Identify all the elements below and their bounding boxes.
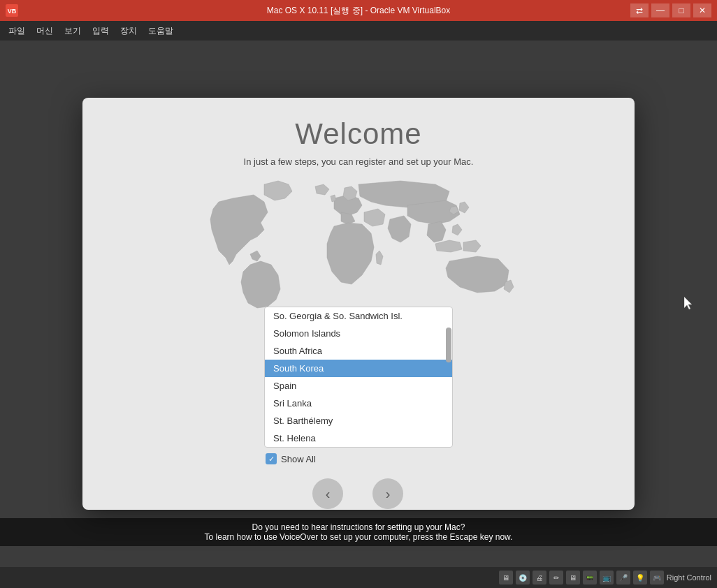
vm-area: Welcome In just a few steps, you can reg…: [0, 41, 717, 567]
voiceover-line2: To learn how to use VoiceOver to set up …: [14, 532, 703, 542]
status-icon-3[interactable]: 🖨: [533, 571, 546, 585]
world-map: [198, 174, 519, 314]
sync-button[interactable]: ⇄: [630, 3, 649, 17]
menu-device[interactable]: 장치: [115, 22, 143, 40]
list-item[interactable]: So. Georgia & So. Sandwich Isl.: [265, 307, 452, 325]
status-icon-9[interactable]: 💡: [633, 571, 647, 585]
voiceover-bar: Do you need to hear instructions for set…: [0, 518, 717, 546]
status-icon-8[interactable]: 🎤: [616, 571, 630, 585]
restore-button[interactable]: □: [672, 3, 690, 17]
show-all-checkbox[interactable]: ✓: [266, 453, 277, 464]
window-title: Mac OS X 10.11 [실행 중] - Oracle VM Virtua…: [267, 5, 451, 17]
navigation-buttons: ‹ Back › Continue: [312, 478, 405, 510]
right-control-label: Right Control: [667, 573, 711, 582]
status-icon-7[interactable]: 📺: [600, 571, 614, 585]
window-controls: ⇄ — □ ✕: [630, 3, 711, 17]
status-icon-2[interactable]: 💿: [516, 571, 530, 585]
vbox-logo: VB: [6, 4, 18, 17]
continue-button[interactable]: ›: [372, 478, 403, 509]
back-button-group: ‹ Back: [312, 478, 343, 510]
list-item[interactable]: Sri Lanka: [265, 395, 452, 412]
scrollbar[interactable]: [446, 328, 451, 362]
list-item[interactable]: St. Barthélemy: [265, 412, 452, 429]
show-all-label: Show All: [281, 454, 316, 464]
welcome-title: Welcome: [295, 117, 421, 151]
status-icon-10[interactable]: 🎮: [650, 571, 664, 585]
setup-window: Welcome In just a few steps, you can reg…: [82, 98, 635, 510]
close-button[interactable]: ✕: [693, 3, 711, 17]
list-item[interactable]: St. Helena: [265, 429, 452, 447]
status-icon-1[interactable]: 🖥: [499, 571, 513, 585]
title-bar: VB Mac OS X 10.11 [실행 중] - Oracle VM Vir…: [0, 0, 717, 21]
minimize-button[interactable]: —: [651, 3, 669, 17]
menu-machine[interactable]: 머신: [31, 22, 59, 40]
status-icon-5[interactable]: 🖥: [566, 571, 580, 585]
mouse-cursor: [684, 297, 693, 311]
list-item-selected[interactable]: South Korea: [265, 360, 452, 377]
menu-view[interactable]: 보기: [59, 22, 87, 40]
status-icon-6[interactable]: 📟: [583, 571, 597, 585]
country-list-container: So. Georgia & So. Sandwich Isl. Solomon …: [264, 307, 453, 448]
list-item[interactable]: Solomon Islands: [265, 325, 452, 342]
svg-text:VB: VB: [8, 8, 17, 15]
status-icon-4[interactable]: ✏: [549, 571, 563, 585]
voiceover-line1: Do you need to hear instructions for set…: [14, 522, 703, 532]
menu-bar: 파일 머신 보기 입력 장치 도움말: [0, 21, 717, 41]
menu-file[interactable]: 파일: [3, 22, 31, 40]
status-bar: 🖥 💿 🖨 ✏ 🖥 📟 📺 🎤 💡 🎮 Right Control: [0, 567, 717, 588]
list-item[interactable]: South Africa: [265, 342, 452, 360]
country-list[interactable]: So. Georgia & So. Sandwich Isl. Solomon …: [264, 307, 453, 448]
list-item[interactable]: Spain: [265, 377, 452, 395]
continue-button-group: › Continue: [371, 478, 405, 510]
welcome-subtitle: In just a few steps, you can register an…: [244, 156, 474, 167]
menu-input[interactable]: 입력: [87, 22, 115, 40]
menu-help[interactable]: 도움말: [143, 22, 179, 40]
back-button[interactable]: ‹: [312, 478, 343, 509]
show-all-container[interactable]: ✓ Show All: [266, 453, 316, 464]
